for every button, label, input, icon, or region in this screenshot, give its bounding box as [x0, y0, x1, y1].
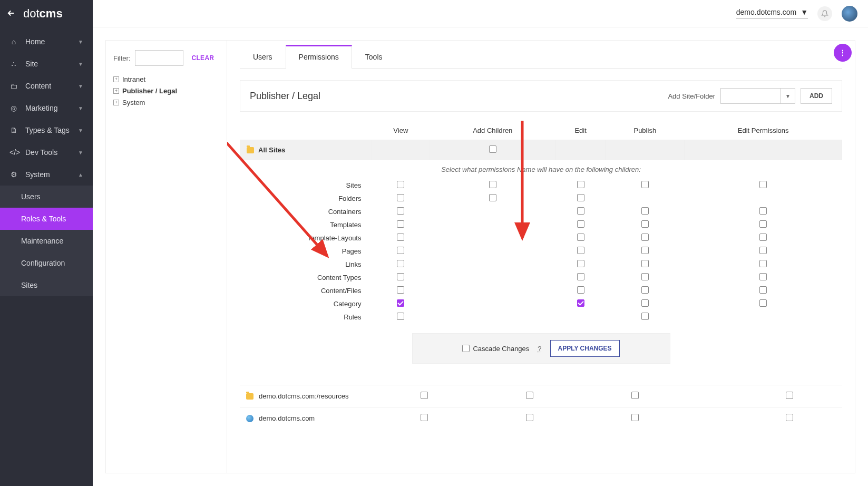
checkbox[interactable]	[577, 260, 584, 267]
checkbox[interactable]	[786, 414, 793, 421]
checkbox[interactable]	[631, 392, 639, 399]
expand-icon[interactable]: +	[113, 100, 119, 105]
apply-changes-button[interactable]: APPLY CHANGES	[550, 340, 620, 357]
back-icon[interactable]	[6, 8, 16, 20]
fab-button[interactable]: ⋮	[834, 44, 852, 62]
add-site-dropdown[interactable]: ▼	[781, 88, 795, 104]
checkbox[interactable]	[397, 247, 404, 254]
add-button[interactable]: ADD	[801, 88, 832, 104]
tree-item-publisher-legal[interactable]: +Publisher / Legal	[113, 85, 219, 96]
checkbox[interactable]	[397, 299, 404, 307]
checkbox[interactable]	[759, 207, 767, 215]
checkbox[interactable]	[759, 181, 767, 188]
checkbox[interactable]	[641, 207, 649, 215]
notifications-button[interactable]	[817, 6, 832, 21]
checkbox[interactable]	[397, 286, 404, 294]
checkbox[interactable]	[786, 392, 793, 399]
perm-row-label: Folders	[240, 192, 372, 205]
col-edit-permissions: Edit Permissions	[685, 121, 842, 140]
perm-row-label: Containers	[240, 205, 372, 218]
tree-item-intranet[interactable]: +Intranet	[113, 73, 219, 85]
help-icon[interactable]: ?	[538, 345, 541, 353]
checkbox[interactable]	[577, 207, 584, 215]
checkbox[interactable]	[577, 247, 584, 254]
expand-icon[interactable]: +	[113, 88, 119, 94]
nav-sub-users[interactable]: Users	[0, 186, 93, 208]
checkbox[interactable]	[489, 181, 496, 188]
checkbox[interactable]	[641, 273, 649, 280]
checkbox[interactable]	[421, 392, 428, 399]
perm-row-label: Pages	[240, 245, 372, 258]
checkbox[interactable]	[641, 286, 649, 294]
nav-item-types-tags[interactable]: 🗎Types & Tags▼	[0, 119, 93, 141]
expand-icon[interactable]: +	[113, 76, 119, 82]
nav-item-content[interactable]: 🗀Content▼	[0, 75, 93, 97]
nav-sub-configuration[interactable]: Configuration	[0, 252, 93, 274]
file-icon: 🗎	[9, 126, 18, 134]
chevron-down-icon: ▼	[78, 150, 83, 155]
avatar[interactable]	[842, 6, 857, 22]
clear-button[interactable]: CLEAR	[192, 54, 214, 62]
hint-text: Select what permissions Name will have o…	[240, 160, 842, 179]
checkbox[interactable]	[577, 286, 584, 294]
tab-permissions[interactable]: Permissions	[286, 45, 352, 69]
col-publish: Publish	[606, 121, 685, 140]
checkbox[interactable]	[759, 247, 767, 254]
nav-item-devtools[interactable]: </>Dev Tools▼	[0, 141, 93, 163]
checkbox[interactable]	[641, 247, 649, 254]
checkbox[interactable]	[397, 194, 404, 201]
checkbox[interactable]	[759, 234, 767, 241]
checkbox[interactable]	[577, 181, 584, 188]
perm-row: Template-Layouts	[240, 231, 842, 245]
tree-item-system[interactable]: +System	[113, 96, 219, 108]
checkbox[interactable]	[397, 220, 404, 228]
checkbox[interactable]	[577, 299, 584, 307]
nav-item-home[interactable]: ⌂Home▼	[0, 31, 93, 53]
checkbox[interactable]	[759, 220, 767, 228]
checkbox[interactable]	[759, 299, 767, 307]
perm-row: Content Types	[240, 271, 842, 284]
perm-row-label: Sites	[240, 179, 372, 192]
checkbox[interactable]	[577, 273, 584, 280]
checkbox[interactable]	[421, 414, 428, 421]
nav-item-marketing[interactable]: ◎Marketing▼	[0, 97, 93, 119]
checkbox[interactable]	[462, 345, 470, 352]
add-site-input[interactable]	[720, 88, 781, 104]
checkbox[interactable]	[631, 414, 639, 421]
nav-sub-roles-tools[interactable]: Roles & Tools	[0, 208, 93, 230]
checkbox[interactable]	[397, 260, 404, 267]
checkbox[interactable]	[397, 273, 404, 280]
perm-row-label: Template-Layouts	[240, 231, 372, 245]
checkbox[interactable]	[759, 273, 767, 280]
nav-item-site[interactable]: ⛬Site▼	[0, 53, 93, 75]
checkbox[interactable]	[641, 234, 649, 241]
checkbox[interactable]	[759, 260, 767, 267]
checkbox[interactable]	[759, 286, 767, 294]
tab-users[interactable]: Users	[240, 45, 286, 69]
nav-sub-maintenance[interactable]: Maintenance	[0, 230, 93, 252]
filter-input[interactable]	[135, 50, 183, 66]
checkbox[interactable]	[397, 207, 404, 215]
tab-tools[interactable]: Tools	[352, 45, 396, 69]
checkbox[interactable]	[489, 145, 496, 153]
nav-sub-sites[interactable]: Sites	[0, 274, 93, 296]
perm-row-label: Category	[240, 297, 372, 310]
checkbox[interactable]	[641, 260, 649, 267]
checkbox[interactable]	[526, 392, 533, 399]
cascade-changes[interactable]: Cascade Changes	[462, 345, 529, 353]
checkbox[interactable]	[526, 414, 533, 421]
nav-item-system[interactable]: ⚙System▲	[0, 163, 93, 186]
checkbox[interactable]	[577, 194, 584, 201]
checkbox[interactable]	[397, 181, 404, 188]
checkbox[interactable]	[641, 181, 649, 188]
site-dropdown[interactable]: demo.dotcms.com ▼	[736, 8, 808, 19]
checkbox[interactable]	[489, 194, 496, 201]
checkbox[interactable]	[641, 313, 649, 320]
chevron-down-icon: ▼	[78, 105, 83, 111]
checkbox[interactable]	[577, 220, 584, 228]
checkbox[interactable]	[397, 313, 404, 320]
checkbox[interactable]	[397, 234, 404, 241]
checkbox[interactable]	[577, 234, 584, 241]
checkbox[interactable]	[641, 220, 649, 228]
checkbox[interactable]	[641, 299, 649, 307]
